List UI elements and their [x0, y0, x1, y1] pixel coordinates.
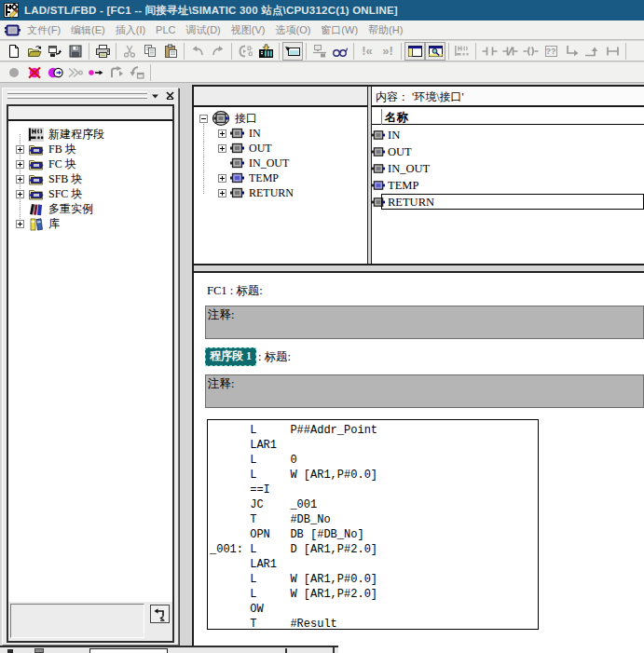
collapse-icon[interactable] [199, 115, 208, 123]
panel-gripper[interactable] [7, 96, 147, 99]
download-button[interactable] [255, 42, 276, 61]
open-call-button[interactable] [127, 63, 147, 82]
print-button[interactable] [92, 42, 113, 61]
stl-code-box[interactable]: L P##Addr_Point LAR1 L 0 L W [AR1,P#0.0]… [207, 419, 539, 630]
code-line: T #Result [210, 617, 377, 632]
row-name: TEMP [388, 179, 418, 193]
toolbar-separator [306, 43, 307, 60]
overview-item-sfb[interactable]: SFB 块 [16, 171, 82, 186]
network-title-suffix[interactable]: : 标题: [258, 349, 291, 365]
menu-options[interactable]: 选项(O) [275, 23, 310, 37]
detail-view-button[interactable] [425, 42, 445, 61]
interface-root-row[interactable]: 接口 [199, 111, 257, 126]
menu-plc[interactable]: PLC [156, 24, 175, 35]
power-rail-button[interactable] [602, 42, 623, 61]
main-toolbar: !« »! [0, 41, 644, 61]
copy-button[interactable] [140, 42, 160, 61]
monitor-glasses-icon [332, 44, 349, 59]
panel-gripper[interactable] [7, 91, 147, 94]
menu-insert[interactable]: 插入(I) [116, 23, 145, 37]
expand-icon[interactable] [218, 174, 226, 183]
next-error-icon: »! [382, 44, 393, 58]
toolbar-separator [448, 43, 449, 60]
overview-item-fc[interactable]: FC 块 [16, 156, 76, 171]
menu-debug[interactable]: 调试(D) [186, 23, 221, 37]
table-row-return[interactable]: RETURN [372, 194, 644, 211]
block-comment-box[interactable]: 注释: [205, 306, 644, 339]
variable-table: 名称 IN [372, 109, 644, 264]
execute-call-button[interactable] [106, 63, 127, 82]
overview-item-new-network[interactable]: 新建程序段 [28, 127, 104, 142]
menu-edit[interactable]: 编辑(E) [71, 23, 105, 37]
open-online-button[interactable] [45, 42, 65, 61]
expand-icon[interactable] [218, 129, 226, 138]
execute-to-cursor-button[interactable] [86, 63, 106, 82]
resume-button[interactable] [65, 63, 86, 82]
expand-icon[interactable] [218, 144, 226, 153]
new-network-button[interactable] [452, 42, 473, 61]
jump-back-button[interactable] [150, 605, 170, 623]
expand-icon[interactable] [16, 175, 24, 184]
panel-bottom-bar [8, 602, 172, 641]
table-row-temp[interactable]: TEMP [372, 177, 644, 194]
new-button[interactable] [4, 42, 24, 61]
network-comment-box[interactable]: 注释: [205, 374, 644, 408]
monitor-button[interactable] [330, 42, 350, 61]
interface-item-in[interactable]: IN [218, 126, 261, 141]
expand-icon[interactable] [16, 220, 24, 228]
activate-breakpoints-button[interactable] [45, 63, 65, 82]
expand-icon[interactable] [218, 189, 226, 197]
bottom-window-fragment [0, 646, 338, 653]
overview-item-library[interactable]: 库 [16, 216, 60, 231]
menu-help[interactable]: 帮助(H) [368, 23, 403, 37]
symbolic-representation-button[interactable] [282, 42, 303, 61]
delete-breakpoints-button[interactable] [24, 63, 45, 82]
coil-button[interactable] [520, 42, 541, 61]
menu-window[interactable]: 窗口(W) [321, 23, 358, 37]
execute-call-icon [108, 65, 125, 80]
previous-error-button[interactable]: !« [357, 42, 377, 61]
interface-item-label: RETURN [249, 186, 294, 200]
interface-item-out[interactable]: OUT [218, 141, 272, 156]
table-row-inout[interactable]: IN_OUT [372, 160, 644, 177]
block-title-line[interactable]: FC1 : 标题: [207, 283, 263, 299]
interface-item-return[interactable]: RETURN [218, 185, 294, 200]
next-error-button[interactable]: »! [377, 42, 398, 61]
toolbar-separator [89, 43, 89, 60]
contact-nc-button[interactable] [500, 42, 520, 61]
contact-no-button[interactable] [479, 42, 500, 61]
network-badge[interactable]: 程序段 1 [205, 347, 256, 366]
overview-window-button[interactable] [404, 42, 425, 61]
table-row-in[interactable]: IN [372, 127, 644, 143]
overview-item-multi-instance[interactable]: 多重实例 [28, 201, 93, 216]
table-row-out[interactable]: OUT [372, 143, 644, 160]
overview-item-label: FB 块 [48, 142, 76, 157]
panel-close-button[interactable] [163, 89, 177, 102]
program-elements-panel: 新建程序段 FB 块 [2, 88, 179, 646]
empty-box-button[interactable]: ?? [541, 42, 561, 61]
open-button[interactable] [24, 42, 45, 61]
mdi-child-icon[interactable] [5, 24, 21, 36]
menu-file[interactable]: 文件(F) [27, 23, 61, 37]
network-connection-button[interactable] [309, 42, 330, 61]
redo-button[interactable] [208, 42, 228, 61]
contact-no-icon [482, 44, 498, 59]
expand-icon[interactable] [16, 145, 24, 154]
expand-icon[interactable] [16, 190, 24, 198]
interface-item-inout[interactable]: IN_OUT [218, 156, 289, 170]
interface-item-temp[interactable]: TEMP [218, 170, 279, 185]
menu-view[interactable]: 视图(V) [231, 23, 266, 37]
set-breakpoint-button[interactable] [4, 63, 24, 82]
expand-icon[interactable] [16, 160, 24, 169]
undo-button[interactable] [187, 42, 208, 61]
overview-item-sfc[interactable]: SFC 块 [16, 186, 82, 201]
paste-button[interactable] [160, 42, 181, 61]
compare-blocks-button[interactable] [235, 42, 255, 61]
cut-button[interactable] [119, 42, 140, 61]
panel-menu-button[interactable] [148, 89, 162, 102]
print-icon [95, 44, 111, 59]
close-branch-button[interactable] [582, 42, 602, 61]
open-branch-button[interactable] [561, 42, 582, 61]
overview-item-fb[interactable]: FB 块 [16, 142, 76, 156]
save-button[interactable] [65, 42, 86, 61]
